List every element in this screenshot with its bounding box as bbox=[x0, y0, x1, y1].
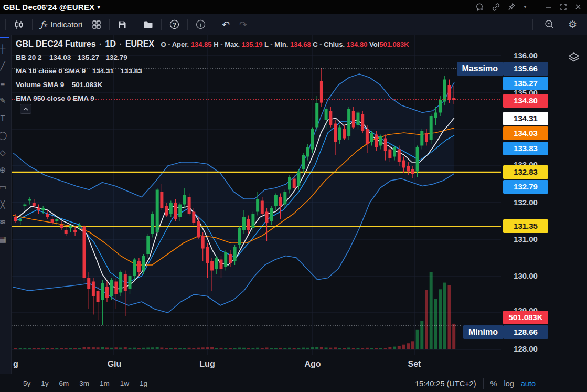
price-label-13527: 135.27 bbox=[503, 77, 548, 90]
fib-lines-glyph: ≡ bbox=[0, 79, 9, 88]
close-label: C - Chius. bbox=[313, 40, 345, 48]
maximize-icon[interactable] bbox=[560, 3, 567, 10]
plus-measure-icon[interactable]: ⊕ bbox=[0, 161, 11, 178]
trend-line-glyph: ╱ bbox=[0, 61, 9, 71]
log-scale-button[interactable]: log bbox=[504, 379, 514, 388]
range-button-1y[interactable]: 1y bbox=[37, 378, 52, 389]
price-label-13283: 132.83 bbox=[503, 165, 548, 179]
text-icon[interactable]: T bbox=[0, 109, 11, 126]
save-button[interactable] bbox=[115, 18, 130, 31]
separator-dot: · bbox=[118, 39, 123, 48]
range-button-5y[interactable]: 5y bbox=[19, 378, 34, 389]
info-button[interactable]: i bbox=[193, 17, 208, 31]
divider bbox=[532, 19, 533, 30]
chat-icon[interactable] bbox=[475, 3, 484, 12]
volume-sma-label: Volume SMA 9 bbox=[16, 81, 64, 89]
divider bbox=[483, 378, 484, 389]
date-range-buttons: 5y1y6m3m1m1w1g bbox=[19, 378, 151, 389]
volume-label: Vol bbox=[369, 40, 379, 48]
redo-button[interactable]: ↷ bbox=[237, 18, 250, 31]
active-tool-indicator bbox=[0, 37, 9, 38]
pin-icon[interactable] bbox=[508, 3, 516, 11]
candle-style-button[interactable] bbox=[11, 17, 27, 32]
percent-scale-button[interactable]: % bbox=[490, 379, 497, 388]
grid-shape-icon[interactable]: ▦ bbox=[0, 230, 11, 248]
month-label-ago: Ago bbox=[304, 359, 321, 369]
fx-icon: ƒx bbox=[40, 19, 47, 29]
price-label-501083K: 501.083K bbox=[503, 311, 548, 324]
pencil-icon[interactable]: ✎ bbox=[0, 92, 11, 109]
volume-value: 501.083K bbox=[379, 40, 409, 48]
close-icon[interactable] bbox=[574, 3, 582, 10]
symbol-dropdown-icon[interactable]: ▼ bbox=[96, 4, 101, 10]
divider bbox=[565, 374, 565, 392]
low-label: L - Min. bbox=[264, 40, 288, 48]
bb-label: BB 20 2 bbox=[16, 54, 42, 61]
range-button-3m[interactable]: 3m bbox=[76, 378, 93, 389]
range-button-6m[interactable]: 6m bbox=[56, 378, 73, 389]
flash-search-icon[interactable] bbox=[541, 17, 557, 32]
layout-grid-button[interactable] bbox=[89, 18, 104, 31]
object-tree-layers-icon[interactable] bbox=[567, 51, 581, 66]
bb-legend-row[interactable]: BB 20 2 134.03 135.27 132.79 bbox=[16, 53, 409, 61]
volume-legend-row[interactable]: Volume SMA 9 501.083K bbox=[16, 80, 409, 89]
bb-upper-value: 135.27 bbox=[78, 54, 99, 61]
clock[interactable]: 15:40:25 (UTC+2) bbox=[415, 379, 476, 388]
range-button-1m[interactable]: 1m bbox=[96, 378, 113, 389]
chart-legend: GBL DEC24 Futures · 1D · EUREX O - Aper.… bbox=[16, 40, 409, 108]
svg-text:i: i bbox=[200, 22, 201, 28]
settings-gear-icon[interactable]: ⚙ bbox=[565, 16, 580, 33]
indicators-label: Indicatori bbox=[50, 20, 82, 29]
pattern-icon[interactable]: ╳ bbox=[0, 196, 11, 213]
drawing-toolbar: ┼╱≡✎T◯◇⊕▭╳≋▦ bbox=[0, 35, 12, 374]
divider bbox=[12, 378, 12, 389]
bb-basis-value: 134.03 bbox=[49, 54, 71, 61]
range-button-1w[interactable]: 1w bbox=[116, 378, 133, 389]
price-axis[interactable]: 136.00135.66Massimo135.27135.00134.80134… bbox=[501, 35, 560, 374]
scissors-glyph: ≋ bbox=[0, 217, 9, 227]
close-value: 134.80 bbox=[347, 40, 368, 48]
ema-legend-row[interactable]: EMA 950 close 0 EMA 9 bbox=[16, 94, 409, 102]
link-icon[interactable] bbox=[492, 3, 500, 12]
fib-lines-icon[interactable]: ≡ bbox=[0, 75, 11, 92]
minimize-icon[interactable] bbox=[545, 3, 552, 10]
trend-line-icon[interactable]: ╱ bbox=[0, 57, 11, 75]
price-label-12800: 128.00 bbox=[503, 342, 548, 356]
month-label-g: g bbox=[13, 359, 18, 369]
massimo-price-label-13566: 135.66Massimo bbox=[503, 62, 548, 76]
undo-button[interactable]: ↶ bbox=[219, 18, 232, 31]
help-button[interactable]: ? bbox=[167, 17, 182, 31]
tradingview-window: GBL Dec06'24 @EUREX ▼ ▼ ƒx Indicatori bbox=[0, 0, 587, 392]
pin-dropdown-icon[interactable]: ▼ bbox=[523, 5, 527, 9]
time-axis[interactable]: ⚙ gGiuLugAgoSet bbox=[12, 355, 560, 374]
plus-measure-glyph: ⊕ bbox=[0, 165, 9, 175]
ma-value-1: 134.31 bbox=[92, 67, 114, 75]
open-folder-button[interactable] bbox=[141, 18, 156, 31]
rectangle-glyph: ▭ bbox=[0, 183, 9, 192]
rectangle-icon[interactable]: ▭ bbox=[0, 178, 11, 196]
bottom-toolbar: 5y1y6m3m1m1w1g 15:40:25 (UTC+2) % log au… bbox=[0, 374, 587, 392]
diamond-shape-glyph: ◇ bbox=[0, 148, 9, 157]
ma-legend-row[interactable]: MA 10 close 0 SMA 9 134.31 133.83 bbox=[16, 67, 409, 75]
circle-shape-icon[interactable]: ◯ bbox=[0, 126, 11, 144]
high-value: 135.19 bbox=[242, 40, 263, 48]
price-label-13000: 130.00 bbox=[503, 269, 548, 283]
scissors-icon[interactable]: ≋ bbox=[0, 213, 11, 230]
pencil-glyph: ✎ bbox=[0, 96, 9, 105]
indicators-button[interactable]: ƒx Indicatori bbox=[38, 17, 85, 31]
ma-value-2: 133.83 bbox=[121, 67, 142, 75]
legend-collapse-button[interactable] bbox=[20, 104, 31, 114]
massimo-tag: Massimo bbox=[457, 62, 503, 76]
crosshair-icon[interactable]: ┼ bbox=[0, 40, 11, 57]
auto-scale-button[interactable]: auto bbox=[521, 379, 536, 388]
minimo-tag: Minimo bbox=[463, 325, 503, 339]
price-label-13200: 132.00 bbox=[503, 196, 548, 209]
range-button-1g[interactable]: 1g bbox=[136, 378, 151, 389]
diamond-shape-icon[interactable]: ◇ bbox=[0, 144, 11, 161]
symbol-legend-row[interactable]: GBL DEC24 Futures · 1D · EUREX O - Aper.… bbox=[16, 40, 409, 48]
minimo-price-label-12866: 128.66Minimo bbox=[503, 325, 548, 339]
high-label: H - Max. bbox=[214, 40, 240, 48]
price-label-13480: 134.80 bbox=[503, 94, 548, 108]
circle-shape-glyph: ◯ bbox=[0, 131, 9, 140]
title-bar: GBL Dec06'24 @EUREX ▼ ▼ bbox=[0, 0, 587, 14]
